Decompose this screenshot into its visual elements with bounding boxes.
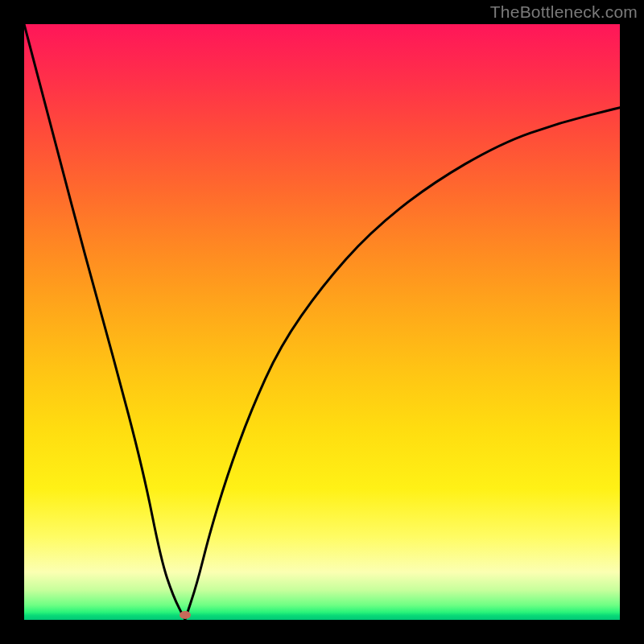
plot-area: [24, 24, 620, 620]
chart-frame: TheBottleneck.com: [0, 0, 644, 644]
watermark-text: TheBottleneck.com: [490, 2, 638, 22]
minimum-marker: [180, 611, 191, 619]
bottleneck-curve: [24, 24, 620, 620]
